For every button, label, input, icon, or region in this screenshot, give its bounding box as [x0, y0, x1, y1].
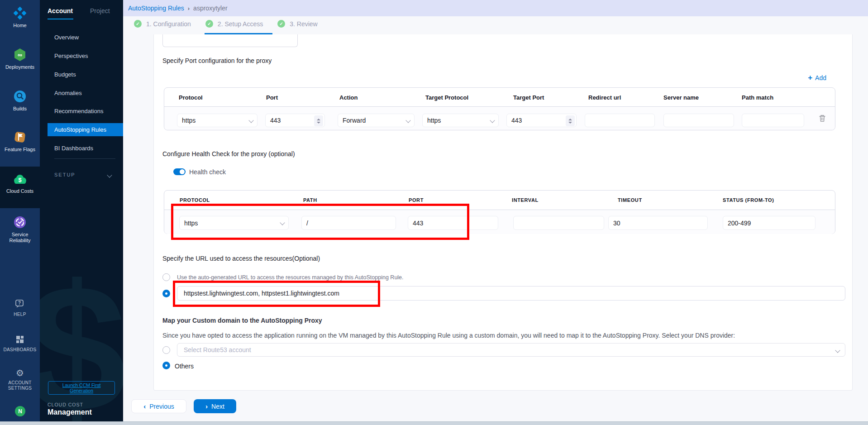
secondary-sidebar: $ Account Project Overview Perspectives … — [40, 0, 123, 425]
chevron-right-icon: › — [205, 403, 208, 410]
module-label: Service Reliability — [3, 232, 37, 244]
col-action: Action — [339, 94, 358, 101]
sidebar-item-overview[interactable]: Overview — [40, 29, 123, 47]
step-review[interactable]: ✓ 3. Review — [277, 20, 317, 28]
breadcrumb-parent-link[interactable]: AutoStopping Rules — [128, 5, 184, 12]
hc-protocol-value: https — [184, 220, 198, 227]
delete-row-trash-icon[interactable] — [819, 114, 826, 122]
hc-timeout-input[interactable] — [608, 216, 708, 230]
target-protocol-select[interactable]: https — [422, 114, 499, 127]
clipped-field-above[interactable] — [162, 34, 298, 47]
path-match-input[interactable] — [742, 114, 804, 127]
hc-path-input[interactable] — [301, 216, 396, 230]
hc-status-input[interactable] — [723, 216, 816, 230]
hc-protocol-select[interactable]: https — [179, 216, 289, 230]
chevron-left-icon: ‹ — [143, 403, 146, 410]
port-config-heading: Specify Port configuration for the proxy — [162, 57, 272, 64]
auto-generated-url-label[interactable]: Use the auto-generated URL to access the… — [177, 274, 404, 281]
add-port-row-button[interactable]: + Add — [808, 74, 826, 81]
custom-domain-heading: Map your Custom domain to the AutoStoppi… — [162, 317, 322, 324]
module-label: Deployments — [5, 64, 34, 70]
chevron-down-icon[interactable] — [107, 172, 112, 177]
sidebar-item-bi-dashboards[interactable]: BI Dashboards — [40, 139, 123, 158]
custom-domain-description: Since you have opted to access the appli… — [162, 332, 841, 339]
port-table-row: https 443 Forward https 443 — [164, 107, 835, 130]
check-circle-icon: ✓ — [134, 20, 142, 28]
feature-flags-icon — [13, 130, 27, 144]
custom-url-radio[interactable] — [162, 290, 170, 297]
utility-label: HELP — [14, 312, 26, 317]
number-spinner-icon[interactable] — [314, 115, 323, 126]
hc-interval-input[interactable] — [513, 216, 604, 230]
chevron-down-icon — [405, 118, 410, 123]
number-spinner-icon[interactable] — [566, 115, 575, 126]
sidebar-setup-group[interactable]: SETUP — [54, 172, 76, 177]
step-setup-access[interactable]: ✓ 2. Setup Access — [205, 20, 263, 28]
route53-account-select[interactable]: Select Route53 account — [177, 343, 845, 357]
sidebar-item-perspectives[interactable]: Perspectives — [40, 47, 123, 65]
launch-ccm-first-gen-button[interactable]: Launch CCM First Generation — [48, 381, 115, 395]
sidebar-item-recommendations[interactable]: Recommendations — [40, 102, 123, 120]
wizard-steps: ✓ 1. Configuration ✓ 2. Setup Access ✓ 3… — [134, 20, 318, 28]
plus-icon: + — [808, 75, 812, 81]
col-path: PATH — [303, 197, 317, 203]
sidebar-utility-account-settings[interactable]: ⚙ ACCOUNT SETTINGS — [0, 366, 40, 395]
previous-button[interactable]: ‹ Previous — [131, 399, 186, 413]
col-interval: INTERVAL — [512, 197, 539, 203]
builds-icon — [13, 90, 27, 103]
action-select[interactable]: Forward — [338, 114, 415, 127]
protocol-select[interactable]: https — [177, 114, 258, 127]
sidebar-module-feature-flags[interactable]: Feature Flags — [0, 128, 40, 166]
sidebar-utility-dashboards[interactable]: DASHBOARDS — [0, 332, 40, 357]
deployments-icon: ∞ — [13, 48, 27, 62]
next-label: Next — [211, 403, 224, 410]
health-check-table: PROTOCOL PATH PORT INTERVAL TIMEOUT STAT… — [164, 190, 835, 234]
chevron-down-icon — [835, 348, 840, 353]
primary-sidebar: Home ∞ Deployments Builds Feature Fl — [0, 0, 40, 425]
col-protocol: Protocol — [179, 94, 203, 101]
custom-url-input[interactable] — [177, 286, 845, 301]
tab-project[interactable]: Project — [90, 7, 110, 14]
step-configuration[interactable]: ✓ 1. Configuration — [134, 20, 191, 28]
others-label[interactable]: Others — [175, 363, 194, 370]
sidebar-utility-help[interactable]: ? HELP — [0, 296, 40, 322]
col-port: Port — [266, 94, 278, 101]
step-label: 1. Configuration — [146, 20, 191, 28]
sidebar-module-builds[interactable]: Builds — [0, 87, 40, 124]
url-section-heading: Specify the URL used to access the resou… — [162, 255, 320, 262]
sidebar-item-autostopping-rules[interactable]: AutoStopping Rules — [48, 123, 123, 136]
next-button[interactable]: › Next — [194, 399, 236, 413]
col-status: STATUS (FROM-TO) — [723, 197, 774, 203]
user-avatar[interactable]: N — [15, 406, 25, 416]
sidebar-module-service-reliability[interactable]: Service Reliability — [0, 213, 40, 254]
col-path-match: Path match — [742, 94, 773, 101]
health-table-row: https — [164, 210, 835, 234]
others-radio[interactable] — [162, 362, 170, 369]
service-reliability-icon — [13, 215, 27, 229]
port-config-table: Protocol Port Action Target Protocol Tar… — [164, 87, 835, 130]
route53-radio[interactable] — [162, 346, 170, 354]
utility-label: DASHBOARDS — [3, 347, 36, 353]
sidebar-module-cloud-costs[interactable]: $ Cloud Costs — [0, 167, 40, 208]
tab-account[interactable]: Account — [48, 7, 73, 14]
sidebar-item-anomalies[interactable]: Anomalies — [40, 84, 123, 102]
horizontal-scrollbar[interactable] — [0, 421, 868, 425]
breadcrumb-current: asproxytyler — [193, 5, 227, 12]
redirect-url-input[interactable] — [585, 114, 655, 127]
sidebar-module-deployments[interactable]: ∞ Deployments — [0, 45, 40, 82]
col-protocol: PROTOCOL — [180, 197, 210, 203]
module-label: Home — [13, 23, 26, 29]
auto-generated-url-radio[interactable] — [162, 273, 170, 281]
cloud-costs-icon: $ — [13, 174, 27, 186]
module-title: Management — [48, 408, 92, 416]
target-port-stepper[interactable]: 443 — [506, 114, 577, 127]
module-label: Feature Flags — [5, 147, 35, 153]
step-label: 3. Review — [290, 20, 317, 28]
health-check-toggle[interactable] — [173, 168, 186, 175]
chevron-down-icon — [248, 118, 253, 123]
sidebar-item-budgets[interactable]: Budgets — [40, 66, 123, 84]
port-stepper[interactable]: 443 — [265, 114, 325, 127]
hc-port-input[interactable] — [408, 216, 498, 230]
sidebar-module-home[interactable]: Home — [0, 4, 40, 41]
server-name-input[interactable] — [663, 114, 734, 127]
